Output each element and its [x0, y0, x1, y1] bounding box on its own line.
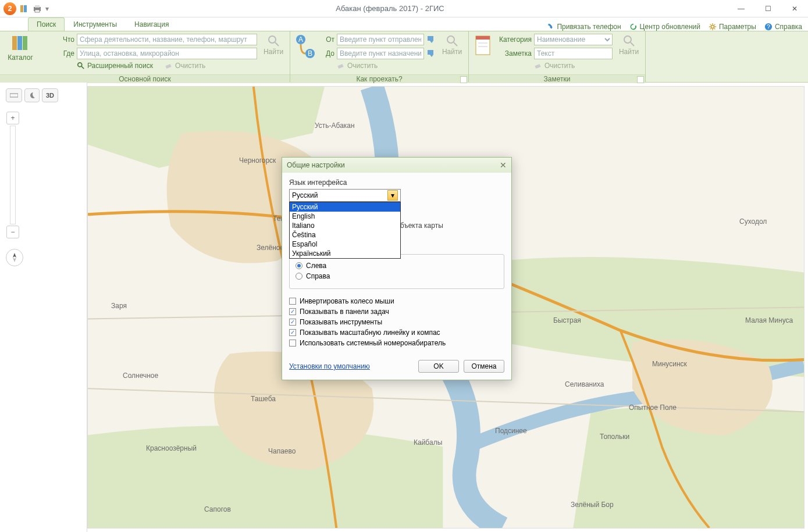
radio-icon	[296, 262, 302, 269]
svg-text:B: B	[308, 49, 312, 58]
search-large-icon	[622, 34, 636, 48]
svg-line-12	[81, 66, 84, 69]
update-center-link[interactable]: Центр обновлений	[629, 23, 700, 31]
svg-rect-13	[165, 64, 171, 69]
notes-icon	[474, 34, 492, 57]
from-input[interactable]	[337, 34, 424, 45]
dialog-close-icon[interactable]: ✕	[500, 160, 507, 170]
category-label: Категория	[497, 35, 532, 44]
dialog-titlebar[interactable]: Общие настройки ✕	[282, 158, 511, 173]
where-input[interactable]	[77, 48, 257, 59]
zoom-in-button[interactable]: +	[6, 112, 19, 124]
tab-navigation[interactable]: Навигация	[126, 17, 177, 31]
clear-route-button[interactable]: Очистить	[337, 62, 378, 70]
find-notes-button[interactable]: Найти	[617, 34, 640, 56]
minimize-button[interactable]: —	[728, 0, 754, 17]
maximize-button[interactable]: ☐	[754, 0, 781, 17]
3d-toggle[interactable]: 3D	[42, 88, 58, 102]
cancel-button[interactable]: Отмена	[464, 360, 504, 373]
advanced-search-button[interactable]: Расширенный поиск	[77, 62, 153, 70]
clear-notes-button[interactable]: Очистить	[534, 62, 575, 70]
what-input[interactable]	[77, 34, 257, 45]
check-taskbar[interactable]: ✓Показывать в панели задач	[289, 308, 504, 316]
tab-search[interactable]: Поиск	[28, 17, 65, 31]
map-label: Быстрая	[553, 316, 581, 324]
window-title: Абакан (февраль 2017) - 2ГИС	[52, 4, 728, 13]
params-link[interactable]: Параметры	[709, 23, 756, 31]
check-tools[interactable]: ✓Показывать инструменты	[289, 318, 504, 326]
to-input[interactable]	[337, 48, 424, 59]
lang-option[interactable]: Italiano	[290, 221, 400, 230]
find-button[interactable]: Найти	[262, 34, 285, 56]
checkbox-icon: ✓	[289, 319, 296, 326]
bind-phone-link[interactable]: Привязать телефон	[546, 23, 621, 31]
tab-strip: Поиск Инструменты Навигация Привязать те…	[0, 17, 808, 31]
ruler-toggle[interactable]	[6, 88, 22, 102]
clear-search-button[interactable]: Очистить	[165, 62, 205, 70]
compass-icon	[9, 252, 20, 263]
route-icon: AB	[295, 34, 316, 59]
checkbox-icon	[289, 340, 296, 347]
print-qat-icon[interactable]	[33, 4, 42, 13]
check-scale[interactable]: ✓Показывать масштабную линейку и компас	[289, 329, 504, 337]
tab-tools[interactable]: Инструменты	[65, 17, 126, 31]
catalog-button[interactable]: Каталог	[5, 34, 36, 62]
lang-option[interactable]: Čeština	[290, 230, 400, 240]
language-combo[interactable]: Русский▾ Русский English Italiano Češtin…	[289, 189, 401, 202]
dialog-title: Общие настройки	[287, 161, 345, 169]
map-label: Заря	[111, 302, 127, 310]
svg-rect-26	[476, 36, 490, 40]
help-link[interactable]: ?Справка	[764, 23, 802, 31]
ok-button[interactable]: OK	[418, 360, 459, 373]
checkbox-icon: ✓	[289, 329, 296, 336]
search-icon	[77, 62, 85, 70]
svg-marker-33	[13, 253, 16, 258]
svg-rect-20	[428, 36, 433, 41]
group-notes: Заметки	[469, 74, 645, 83]
svg-marker-34	[13, 258, 16, 262]
lang-option[interactable]: Русский	[290, 202, 400, 212]
svg-rect-22	[337, 64, 343, 69]
radio-right[interactable]: Справа	[296, 272, 498, 280]
from-pick-icon[interactable]	[426, 35, 436, 44]
zoom-out-button[interactable]: −	[6, 226, 19, 238]
map-label: Зелёный Бор	[571, 501, 614, 509]
svg-rect-29	[535, 64, 540, 69]
chevron-down-icon[interactable]: ▾	[387, 190, 398, 201]
svg-rect-21	[428, 50, 433, 55]
note-label: Заметка	[497, 49, 532, 58]
map-label: Подсинее	[495, 427, 527, 435]
catalog-qat-icon[interactable]	[20, 4, 29, 13]
map-label: Ташеба	[251, 395, 276, 403]
ribbon: Каталог Что Где Расширенный поиск Очисти…	[0, 31, 808, 83]
qat-dropdown-icon[interactable]: ▾	[45, 5, 49, 13]
svg-line-15	[275, 42, 279, 46]
reset-defaults-link[interactable]: Установки по умолчанию	[289, 362, 370, 370]
lang-option[interactable]: Український	[290, 249, 400, 258]
svg-line-31	[631, 42, 634, 46]
map-label: Черногорск	[239, 156, 276, 165]
note-input[interactable]	[534, 48, 613, 59]
lang-option[interactable]: English	[290, 212, 400, 221]
check-invert[interactable]: Инвертировать колесо мыши	[289, 297, 504, 305]
svg-rect-9	[17, 36, 22, 50]
radio-left[interactable]: Слева	[296, 262, 498, 270]
eraser-icon	[165, 62, 173, 70]
svg-rect-1	[24, 5, 27, 12]
compass-button[interactable]	[6, 249, 23, 266]
eraser-icon	[337, 62, 345, 70]
app-logo[interactable]: 2	[3, 2, 16, 15]
zoom-slider[interactable]	[10, 126, 16, 224]
to-pick-icon[interactable]	[426, 49, 436, 58]
find-route-button[interactable]: Найти	[440, 34, 464, 56]
check-dialer[interactable]: Использовать системный номеронабиратель	[289, 339, 504, 347]
where-label: Где	[41, 49, 74, 58]
map-label: Опытное Поле	[629, 404, 677, 412]
close-button[interactable]: ✕	[781, 0, 808, 17]
svg-line-24	[454, 42, 457, 46]
radio-icon	[296, 273, 302, 280]
lang-option[interactable]: Español	[290, 240, 400, 249]
night-toggle[interactable]	[24, 88, 40, 102]
category-select[interactable]: Наименование	[534, 34, 613, 45]
phone-icon	[546, 23, 554, 31]
